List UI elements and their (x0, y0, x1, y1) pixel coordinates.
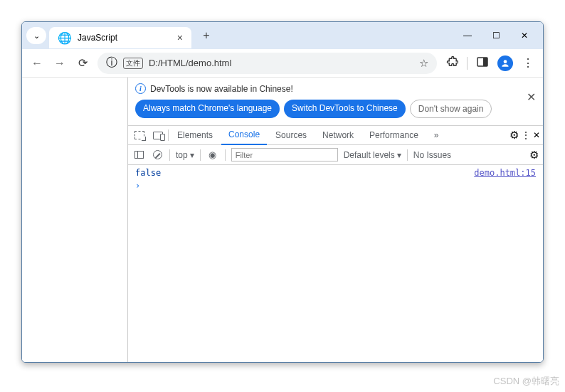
issues-button[interactable]: No Issues (413, 150, 451, 160)
content-area: ✕ i DevTools is now available in Chinese… (22, 78, 543, 362)
svg-point-2 (504, 60, 507, 63)
separator (407, 149, 408, 161)
device-mode-icon[interactable] (149, 132, 167, 139)
page-viewport (22, 78, 127, 362)
browser-window: ⌄ 🌐 JavaScript × + — ☐ ✕ ← → ⟳ ⓘ 文件 D:/H… (21, 21, 544, 363)
console-value: false (135, 168, 161, 178)
tab-sources[interactable]: Sources (268, 125, 314, 145)
console-sidebar-toggle-icon[interactable] (132, 151, 145, 159)
devtools-tabbar: Elements Console Sources Network Perform… (128, 125, 543, 145)
tab-console[interactable]: Console (221, 125, 267, 145)
svg-rect-1 (483, 58, 487, 66)
tab-search-button[interactable]: ⌄ (26, 27, 46, 44)
toolbar: ← → ⟳ ⓘ 文件 D:/HTML/demo.html ☆ ⋮ (22, 49, 543, 78)
url-text: D:/HTML/demo.html (149, 58, 413, 68)
log-levels-selector[interactable]: Default levels▾ (344, 150, 401, 160)
tab-elements[interactable]: Elements (170, 125, 220, 145)
separator (467, 57, 468, 70)
source-link[interactable]: demo.html:15 (474, 168, 536, 178)
devtools-infobar: ✕ i DevTools is now available in Chinese… (128, 78, 543, 125)
separator (168, 129, 169, 141)
devtools-settings-icon[interactable]: ⚙ (509, 129, 519, 142)
devtools-menu-icon[interactable]: ⋮ (522, 130, 530, 140)
devtools-close-button[interactable]: ✕ (533, 130, 540, 140)
tab-close-button[interactable]: × (177, 32, 183, 43)
tab-title: JavaScript (78, 33, 171, 43)
url-scheme-label: 文件 (123, 58, 143, 69)
info-icon: i (135, 83, 146, 94)
separator (200, 149, 201, 161)
inspect-element-icon[interactable] (131, 131, 148, 139)
console-output[interactable]: false demo.html:15 › (128, 165, 543, 362)
live-expression-icon[interactable] (206, 149, 219, 160)
bookmark-button[interactable]: ☆ (419, 57, 428, 70)
extensions-button[interactable] (444, 55, 460, 70)
switch-to-chinese-button[interactable]: Switch DevTools to Chinese (284, 100, 406, 118)
maximize-button[interactable]: ☐ (482, 25, 510, 46)
watermark: CSDN @韩曙亮 (493, 375, 559, 388)
infobar-close-button[interactable]: ✕ (527, 90, 536, 104)
new-tab-button[interactable]: + (197, 26, 216, 45)
back-button[interactable]: ← (29, 57, 45, 70)
more-tabs-button[interactable]: » (427, 125, 446, 145)
separator (169, 149, 170, 161)
clear-console-icon[interactable] (151, 150, 164, 159)
globe-icon: 🌐 (58, 31, 72, 45)
browser-tab[interactable]: 🌐 JavaScript × (49, 27, 191, 48)
devtools-panel: ✕ i DevTools is now available in Chinese… (127, 78, 543, 362)
window-controls: — ☐ ✕ (453, 25, 539, 46)
filter-input[interactable] (231, 148, 338, 161)
window-close-button[interactable]: ✕ (510, 25, 539, 46)
menu-button[interactable]: ⋮ (520, 56, 536, 70)
address-bar[interactable]: ⓘ 文件 D:/HTML/demo.html ☆ (97, 53, 437, 74)
always-match-language-button[interactable]: Always match Chrome's language (135, 100, 280, 118)
dont-show-again-button[interactable]: Don't show again (410, 100, 492, 118)
reload-button[interactable]: ⟳ (75, 56, 90, 70)
side-panel-button[interactable] (475, 56, 490, 70)
tab-network[interactable]: Network (315, 125, 361, 145)
titlebar: ⌄ 🌐 JavaScript × + — ☐ ✕ (22, 22, 543, 49)
tab-performance[interactable]: Performance (362, 125, 426, 145)
console-message: false demo.html:15 (135, 168, 536, 178)
infobar-text: DevTools is now available in Chinese! (150, 84, 293, 94)
console-settings-icon[interactable]: ⚙ (529, 149, 539, 161)
profile-button[interactable] (497, 55, 513, 71)
site-info-icon[interactable]: ⓘ (106, 55, 117, 70)
forward-button[interactable]: → (52, 57, 68, 70)
minimize-button[interactable]: — (453, 25, 482, 46)
console-prompt[interactable]: › (135, 181, 536, 191)
context-selector[interactable]: top▾ (176, 150, 194, 160)
separator (225, 149, 226, 161)
console-toolbar: top▾ Default levels▾ No Issues ⚙ (128, 145, 543, 165)
